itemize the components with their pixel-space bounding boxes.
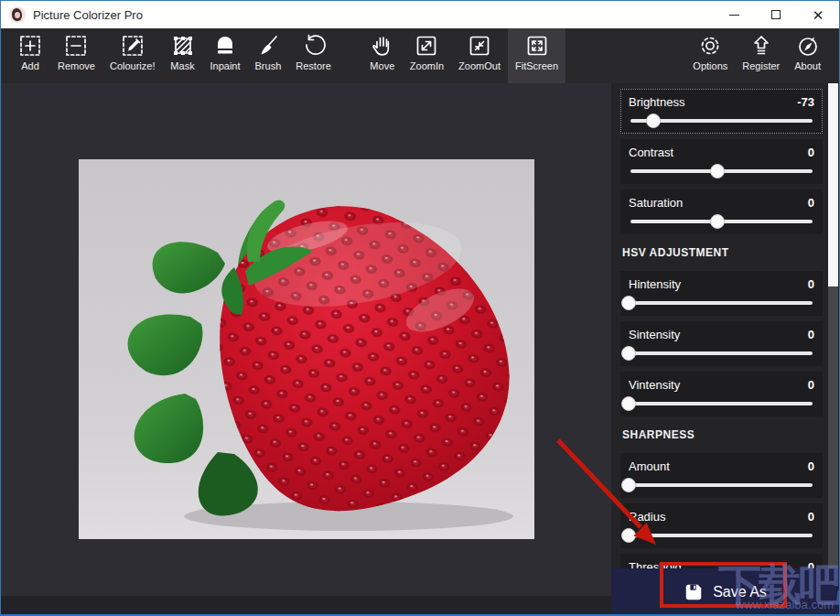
sintensity-track[interactable] [630,351,813,355]
app-logo-icon [9,6,26,23]
tool-label: ZoomOut [458,60,501,71]
move-button[interactable]: Move [362,28,403,83]
tool-label: Options [693,60,727,71]
tool-label: Register [742,60,780,71]
add-icon [17,33,43,59]
contrast-slider-group: Contrast 0 [620,139,823,184]
tool-label: Remove [58,60,95,71]
canvas-area[interactable] [1,83,611,596]
amount-track[interactable] [630,483,813,487]
add-button[interactable]: Add [10,28,50,83]
sintensity-value: 0 [808,328,814,341]
tool-label: FitScreen [515,60,558,71]
zoom-out-icon [467,33,492,59]
minimize-button[interactable] [713,1,755,28]
compass-icon [795,33,821,59]
hintensity-slider-group: Hintensity 0 [620,271,823,316]
amount-slider-group: Amount 0 [620,453,823,498]
save-panel: Save As [611,568,840,616]
tool-label: Inpaint [210,60,241,71]
tool-label: ZoomIn [410,60,444,71]
vintensity-handle[interactable] [621,396,636,411]
zoom-out-button[interactable]: ZoomOut [451,28,508,83]
hintensity-value: 0 [808,277,814,291]
contrast-label: Contrast [629,146,673,159]
mask-icon [170,33,196,59]
toolbar-right-group: Options Register About [685,28,828,83]
tool-label: Colourize! [110,60,156,71]
tool-label: About [794,60,821,71]
gear-icon [697,33,723,59]
save-as-button[interactable]: Save As [650,574,801,611]
toolbar: Add Remove Colourize! [1,28,839,83]
vintensity-track[interactable] [630,402,813,405]
sintensity-handle[interactable] [621,346,636,361]
hintensity-handle[interactable] [621,296,636,310]
zoom-in-button[interactable]: ZoomIn [403,28,451,83]
register-button[interactable]: Register [735,28,787,83]
minimize-icon [729,15,739,16]
toolbar-left-group: Add Remove Colourize! [10,28,565,83]
amount-handle[interactable] [621,478,636,492]
close-icon: ✕ [813,8,824,22]
mask-button[interactable]: Mask [163,28,203,83]
brush-button[interactable]: Brush [248,28,289,83]
hintensity-label: Hintensity [629,277,681,291]
amount-label: Amount [629,459,670,473]
app-window: Picture Colorizer Pro ✕ Add Remove [0,0,840,616]
vintensity-label: Vintensity [629,378,680,392]
contrast-handle[interactable] [710,164,725,178]
register-up-icon [748,33,774,59]
vintensity-slider-group: Vintensity 0 [620,372,823,416]
status-bar [1,596,611,616]
inpaint-icon [212,33,238,59]
radius-handle[interactable] [621,528,636,543]
maximize-icon [771,10,781,19]
restore-icon [301,33,327,59]
brightness-slider-group: Brightness -73 [620,89,823,134]
strawberry-image [79,159,534,539]
about-button[interactable]: About [787,28,828,83]
saturation-slider-group: Saturation 0 [620,189,823,234]
save-as-label: Save As [713,584,767,600]
sidebar-scrollbar[interactable] [828,83,838,616]
titlebar: Picture Colorizer Pro ✕ [1,1,839,28]
fit-screen-button[interactable]: FitScreen [508,28,565,83]
radius-track[interactable] [630,534,813,537]
tool-label: Add [21,60,39,71]
sharpness-section-header: SHARPNESS [620,416,823,448]
save-floppy-icon [684,582,704,602]
radius-value: 0 [808,510,814,524]
scrollbar-thumb[interactable] [828,83,838,286]
tool-label: Move [370,60,394,71]
contrast-value: 0 [808,146,814,159]
fit-screen-icon [524,33,550,59]
brightness-handle[interactable] [646,113,661,128]
saturation-handle[interactable] [710,214,725,229]
tool-label: Mask [170,60,194,71]
restore-button[interactable]: Restore [288,28,339,83]
tool-label: Brush [255,60,282,71]
hsv-section-header: HSV ADJUSTMENT [620,234,823,265]
window-title: Picture Colorizer Pro [33,8,143,22]
amount-value: 0 [808,459,814,473]
hintensity-track[interactable] [630,301,813,305]
inpaint-button[interactable]: Inpaint [203,28,248,83]
colourize-icon [120,33,145,59]
close-button[interactable]: ✕ [797,1,839,28]
tool-label: Restore [296,60,331,71]
saturation-value: 0 [808,196,814,210]
maximize-button[interactable] [755,1,797,28]
window-controls: ✕ [713,1,839,28]
colourize-button[interactable]: Colourize! [102,28,163,83]
options-button[interactable]: Options [685,28,735,83]
remove-button[interactable]: Remove [50,28,102,83]
radius-label: Radius [629,510,665,524]
remove-icon [63,33,89,59]
sintensity-label: Sintensity [629,328,680,341]
radius-slider-group: Radius 0 [620,503,823,548]
adjustments-sidebar: Brightness -73 Contrast 0 Saturation 0 [611,83,840,616]
brush-icon [255,33,281,59]
brightness-value: -73 [797,95,814,109]
vintensity-value: 0 [808,378,814,392]
